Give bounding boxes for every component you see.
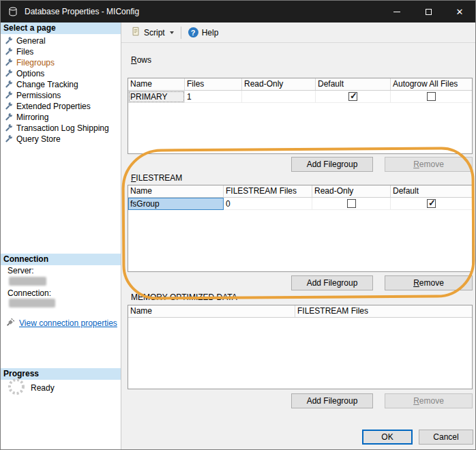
filestream-grid: Name FILESTREAM Files Read-Only Default … <box>128 185 473 272</box>
wrench-icon <box>5 112 13 123</box>
view-connection-properties-row: View connection properties <box>6 318 117 329</box>
window-title: Database Properties - MIConfig <box>25 7 139 16</box>
sidebar-item-label: Mirroring <box>16 112 48 122</box>
wrench-icon <box>5 58 13 68</box>
column-header-files: Files <box>185 78 242 90</box>
sidebar-item-transaction-log-shipping[interactable]: Transaction Log Shipping <box>1 123 121 134</box>
column-header-default: Default <box>316 78 391 90</box>
server-label: Server: <box>8 266 34 275</box>
wrench-icon <box>5 47 13 57</box>
database-window-icon <box>8 6 18 17</box>
table-row: PRIMARY 1 <box>128 91 472 103</box>
rows-grid-header: Name Files Read-Only Default Autogrow Al… <box>128 78 472 91</box>
filestream-grid-header: Name FILESTREAM Files Read-Only Default <box>128 185 472 198</box>
filegroup-name-cell[interactable]: fsGroup <box>128 198 224 210</box>
memory-remove-button[interactable]: Remove <box>385 393 473 408</box>
close-icon <box>456 7 464 17</box>
sidebar-item-files[interactable]: Files <box>1 46 121 57</box>
column-header-name: Name <box>128 78 185 90</box>
filestream-remove-button[interactable]: Remove <box>385 275 473 290</box>
cancel-button[interactable]: Cancel <box>419 430 473 445</box>
sidebar-item-label: Extended Properties <box>16 102 91 111</box>
autogrow-checkbox[interactable] <box>427 92 436 101</box>
default-cell <box>316 91 391 103</box>
files-count-cell[interactable]: 1 <box>185 91 242 103</box>
button-label: Remove <box>413 160 444 169</box>
memory-add-filegroup-button[interactable]: Add Filegroup <box>291 393 373 408</box>
server-value-redacted <box>9 277 46 286</box>
sidebar-item-label: Change Tracking <box>16 80 78 89</box>
sidebar-item-label: General <box>16 36 46 46</box>
close-button[interactable] <box>444 1 475 22</box>
read-only-cell <box>312 198 391 210</box>
chevron-down-icon <box>170 31 174 34</box>
filegroup-name-cell[interactable]: PRIMARY <box>128 91 185 103</box>
column-header-read-only: Read-Only <box>312 185 391 197</box>
memory-optimized-section-label: MEMORY OPTIMIZED DATA <box>131 292 237 302</box>
toolbar-separator <box>181 27 181 39</box>
minimize-button[interactable] <box>381 1 413 22</box>
default-cell <box>391 198 472 210</box>
sidebar-item-label: Files <box>16 47 33 57</box>
column-header-autogrow: Autogrow All Files <box>391 78 472 90</box>
sidebar-item-label: Permissions <box>16 91 61 100</box>
wrench-icon <box>5 102 13 112</box>
main-panel: Script Help Rows Name Files Read-Only De… <box>121 22 475 449</box>
table-row: fsGroup 0 <box>128 198 472 210</box>
sidebar-item-permissions[interactable]: Permissions <box>1 90 121 101</box>
maximize-button[interactable] <box>413 1 444 22</box>
connection-value-redacted <box>9 299 55 308</box>
sidebar-item-general[interactable]: General <box>1 35 121 46</box>
sidebar-item-extended-properties[interactable]: Extended Properties <box>1 101 121 112</box>
connection-header: Connection <box>1 254 121 265</box>
ok-button[interactable]: OK <box>362 430 413 445</box>
filestream-section-label: FILESTREAM <box>131 173 182 183</box>
titlebar: Database Properties - MIConfig <box>1 1 475 22</box>
rows-remove-button[interactable]: Remove <box>385 157 473 172</box>
help-button-label: Help <box>202 28 219 38</box>
view-connection-properties-link[interactable]: View connection properties <box>19 318 117 328</box>
filestream-add-filegroup-button[interactable]: Add Filegroup <box>291 275 373 290</box>
connection-properties-icon <box>6 318 15 329</box>
connection-label: Connection: <box>8 288 51 298</box>
autogrow-cell <box>391 91 472 103</box>
wrench-icon <box>5 80 13 90</box>
select-a-page-header: Select a page <box>1 22 121 34</box>
sidebar-item-change-tracking[interactable]: Change Tracking <box>1 79 121 90</box>
wrench-icon <box>5 36 13 46</box>
wrench-icon <box>5 123 13 134</box>
database-properties-window: Database Properties - MIConfig Select a … <box>0 0 476 450</box>
sidebar-item-label: Query Store <box>16 134 61 144</box>
rows-grid: Name Files Read-Only Default Autogrow Al… <box>128 78 473 154</box>
default-checkbox[interactable] <box>348 92 357 101</box>
button-label: Remove <box>413 278 444 288</box>
sidebar-item-filegroups[interactable]: Filegroups <box>1 57 121 68</box>
script-button[interactable]: Script <box>127 25 178 40</box>
read-only-cell[interactable] <box>242 91 316 103</box>
sidebar-item-label: Options <box>16 69 44 78</box>
sidebar: Select a page General Files Filegroups O… <box>1 22 121 449</box>
memory-grid-header: Name FILESTREAM Files <box>128 305 472 318</box>
sidebar-item-query-store[interactable]: Query Store <box>1 134 121 145</box>
script-button-label: Script <box>144 28 165 38</box>
sidebar-item-options[interactable]: Options <box>1 68 121 79</box>
column-header-filestream-files: FILESTREAM Files <box>224 185 312 197</box>
sidebar-item-label: Transaction Log Shipping <box>16 123 109 133</box>
column-header-default: Default <box>391 185 472 197</box>
sidebar-item-mirroring[interactable]: Mirroring <box>1 112 121 123</box>
help-button[interactable]: Help <box>184 25 223 40</box>
read-only-checkbox[interactable] <box>347 199 356 208</box>
filestream-files-cell[interactable]: 0 <box>224 198 312 210</box>
button-label: Remove <box>413 396 444 406</box>
rows-section-label: Rows <box>131 55 151 65</box>
column-header-read-only: Read-Only <box>242 78 316 90</box>
column-header-filestream-files: FILESTREAM Files <box>295 305 472 317</box>
wrench-icon <box>5 134 13 145</box>
rows-add-filegroup-button[interactable]: Add Filegroup <box>291 157 373 172</box>
minimize-icon <box>393 12 400 12</box>
memory-optimized-grid: Name FILESTREAM Files <box>128 305 473 389</box>
default-checkbox[interactable] <box>427 199 436 208</box>
help-icon <box>188 27 198 38</box>
page-list: General Files Filegroups Options Change … <box>1 35 121 145</box>
progress-spinner-icon <box>7 377 26 398</box>
